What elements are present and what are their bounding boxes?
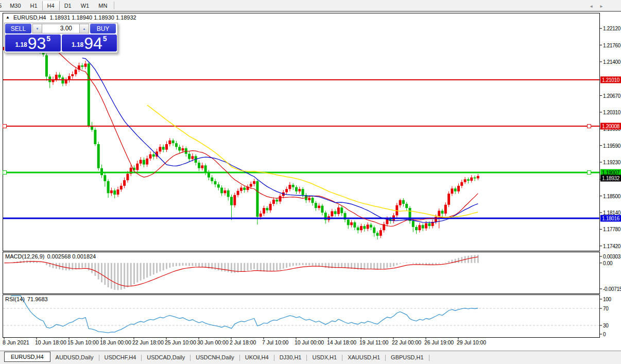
hline-handle[interactable] — [588, 171, 591, 175]
macd-scale-label: 0.00 — [603, 260, 612, 266]
timeframe-button-H4[interactable]: H4 — [42, 1, 60, 10]
time-axis-label: 19 Jul 11:00 — [359, 339, 388, 345]
rsi-line — [11, 296, 478, 333]
macd-title-text: MACD(12,26,9) — [5, 253, 44, 259]
volume-input[interactable]: 3.00 — [42, 24, 79, 33]
price-tick-label: 1.19590 — [603, 143, 620, 148]
timeframe-button-5[interactable]: 5 — [0, 1, 5, 10]
sell-price-pip: 5 — [46, 34, 50, 43]
macd-scale-label: 0.003031 — [603, 254, 621, 259]
chart-tab-UKOil-H4[interactable]: UKOil,H4 — [240, 352, 274, 362]
tab-separator — [429, 355, 429, 361]
timeframe-button-M30[interactable]: M30 — [5, 1, 25, 10]
price-tick-label: 1.21400 — [603, 59, 620, 64]
macd-signal-line — [5, 257, 478, 286]
time-axis-label: 2 Jul 18:00 — [230, 339, 256, 345]
price-tick-label: 1.21760 — [603, 42, 620, 48]
chart-tab-strip: EURUSD,H4AUDUSD,DailyUSDCHF,H4USDCAD,Dai… — [4, 351, 429, 362]
chart-tab-DJ30-H1[interactable]: DJ30,H1 — [274, 352, 307, 362]
time-axis-label: 22 Jun 18:00 — [132, 339, 164, 345]
chart-ohlc-values: 1.18931 1.18940 1.18930 1.18932 — [50, 14, 136, 21]
chart-tab-XAUUSD-H1[interactable]: XAUUSD,H1 — [342, 352, 385, 362]
chart-symbol-period: EURUSD,H4 — [13, 14, 46, 21]
chart-tab-bar: EURUSD,H4AUDUSD,DailyUSDCHF,H4USDCAD,Dai… — [0, 351, 621, 364]
trade-panel-controls: SELL ▼ 3.00 ▲ BUY — [5, 24, 116, 33]
timeframe-button-MN[interactable]: MN — [94, 1, 112, 10]
hline-handle[interactable] — [3, 125, 7, 128]
buy-price-box[interactable]: 1.18 94 5 — [62, 34, 117, 51]
timeframe-button-H1[interactable]: H1 — [26, 1, 42, 10]
buy-price-prefix: 1.18 — [72, 41, 83, 48]
timeframe-button-W1[interactable]: W1 — [76, 1, 94, 10]
rsi-value-text: 71.9683 — [27, 296, 48, 302]
timeframe-toolbar: 5M30H1H4D1W1MN — [0, 0, 621, 12]
price-tick-label: 1.22120 — [603, 26, 620, 31]
tab-scroll-arrows: ◄ ► — [589, 4, 603, 9]
timeframe-button-D1[interactable]: D1 — [60, 1, 76, 10]
chart-tab-GBPUSD-H1[interactable]: GBPUSD,H1 — [386, 352, 429, 362]
price-tick-label: 1.20670 — [603, 93, 620, 98]
time-axis-label: 14 Jul 18:00 — [327, 339, 356, 345]
price-axis-label-1.21010: 1.21010 — [600, 77, 621, 83]
price-tick-label: 1.17420 — [603, 243, 620, 249]
time-axis-label: 26 Jul 19:00 — [424, 339, 454, 345]
candles — [3, 28, 479, 239]
time-axis-label: 18 Jun 00:00 — [100, 339, 131, 345]
volume-decrease-icon[interactable]: ▼ — [32, 24, 42, 33]
time-axis-label: 10 Jul 00:00 — [295, 339, 324, 345]
buy-price-big: 94 — [84, 37, 102, 50]
time-axis-label: 30 Jun 00:00 — [197, 339, 229, 345]
toolbar-separator — [114, 2, 114, 9]
collapse-chart-icon[interactable]: ▲ — [6, 15, 10, 20]
trade-panel-prices: 1.18 93 5 1.18 94 5 — [5, 34, 117, 51]
hline-handle[interactable] — [588, 125, 591, 128]
time-axis-label: 22 Jul 00:00 — [392, 339, 421, 345]
sell-price-prefix: 1.18 — [15, 41, 27, 48]
time-axis-label: 10 Jun 18:00 — [35, 339, 66, 345]
sell-button[interactable]: SELL — [5, 24, 31, 33]
one-click-trading-panel: SELL ▼ 3.00 ▲ BUY 1.18 93 5 1.18 94 5 — [4, 23, 118, 53]
tab-scroll-left-icon[interactable]: ◄ — [589, 4, 593, 9]
price-tick-label: 1.20310 — [603, 109, 620, 115]
time-axis-label: 15 Jun 10:00 — [67, 339, 99, 345]
time-axis-label: 29 Jul 10:00 — [457, 339, 486, 345]
ma-line-15 — [50, 47, 478, 227]
rsi-indicator-title: RSI(14) 71.9683 — [5, 296, 48, 302]
hline-handle[interactable] — [3, 171, 7, 175]
time-axis-label: 7 Jul 10:00 — [262, 339, 288, 345]
buy-price-pip: 5 — [103, 34, 107, 43]
chart-tab-AUDUSD-Daily[interactable]: AUDUSD,Daily — [50, 352, 99, 362]
sell-price-box[interactable]: 1.18 93 5 — [5, 34, 61, 51]
chart-header: ▲ EURUSD,H4 1.18931 1.18940 1.18930 1.18… — [6, 14, 136, 21]
tab-scroll-right-icon[interactable]: ► — [599, 4, 603, 9]
rsi-scale-label: 0 — [603, 332, 606, 337]
time-axis-label: 8 Jun 2021 — [3, 339, 29, 345]
sell-price-big: 93 — [28, 37, 46, 50]
pane-rsi — [3, 295, 600, 338]
chart-tab-USDCHF-H4[interactable]: USDCHF,H4 — [99, 352, 142, 362]
macd-values-text: 0.002568 0.001824 — [47, 253, 96, 259]
rsi-scale-label: 70 — [603, 306, 609, 311]
macd-scale-label: -0.00715 — [603, 286, 621, 292]
price-axis-label-1.18932: 1.18932 — [600, 175, 621, 181]
price-tick-label: 1.17780 — [603, 227, 620, 232]
macd-indicator-title: MACD(12,26,9) 0.002568 0.001824 — [5, 253, 96, 259]
chart-tab-USDX-H1[interactable]: USDX,H1 — [307, 352, 342, 362]
price-axis-label-1.18016: 1.18016 — [600, 215, 621, 222]
price-tick-label: 1.19230 — [603, 160, 620, 165]
price-axis-label-1.20008: 1.20008 — [600, 123, 621, 130]
rsi-title-text: RSI(14) — [5, 296, 25, 302]
chart-tab-EURUSD-H4[interactable]: EURUSD,H4 — [4, 352, 50, 362]
rsi-scale-label: 30 — [603, 323, 609, 328]
chart-tab-USDCAD-Daily[interactable]: USDCAD,Daily — [142, 352, 190, 362]
volume-increase-icon[interactable]: ▲ — [79, 24, 89, 33]
rsi-scale-label: 100 — [603, 297, 611, 302]
time-axis-label: 25 Jun 10:00 — [165, 339, 196, 345]
macd-histogram — [4, 255, 479, 290]
price-tick-label: 1.18500 — [603, 193, 620, 199]
trading-platform-window: 5M30H1H4D1W1MN ▲ EURUSD,H4 1.18931 1.189… — [0, 0, 621, 364]
buy-button[interactable]: BUY — [90, 24, 116, 33]
chart-canvas — [0, 0, 621, 364]
volume-spinner: ▼ 3.00 ▲ — [32, 24, 89, 33]
chart-tab-USDCNH-Daily[interactable]: USDCNH,Daily — [191, 352, 239, 362]
